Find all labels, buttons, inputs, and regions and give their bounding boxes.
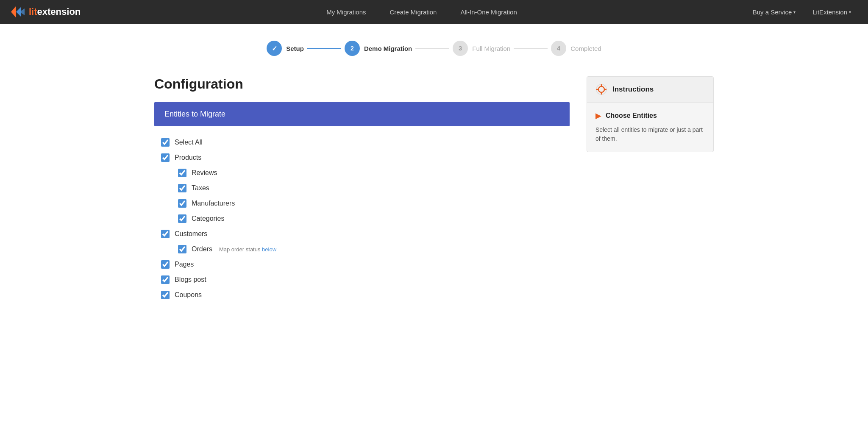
step-connector-2 [415,48,449,49]
checkbox-taxes-input[interactable] [178,184,186,192]
checkbox-coupons-label: Coupons [175,291,202,299]
instructions-body: ▶ Choose Entities Select all entities to… [587,103,713,152]
step-demo-circle: 2 [345,41,360,56]
step-connector-3 [514,48,548,49]
checkbox-blogs-post: Blogs post [161,272,563,287]
step-full-number: 3 [459,45,462,52]
checkbox-coupons-input[interactable] [161,291,170,299]
step-full-circle: 3 [453,41,468,56]
checkbox-orders: Orders Map order status below [161,242,563,257]
checkbox-categories-label: Categories [192,215,224,222]
step-completed-circle: 4 [551,41,566,56]
order-status-link[interactable]: below [262,246,276,253]
step-setup-circle: ✓ [267,41,282,56]
buy-service-dropdown[interactable]: Buy a Service ▾ [746,0,803,24]
nav-create-migration[interactable]: Create Migration [378,0,449,24]
config-panel: Configuration Entities to Migrate Select… [154,76,570,303]
step-full-label: Full Migration [472,45,510,52]
checkbox-manufacturers-label: Manufacturers [192,200,235,207]
choose-entities-arrow-icon: ▶ [595,111,601,120]
step-completed-number: 4 [557,45,560,52]
step-setup: ✓ Setup [267,41,304,56]
entities-header: Entities to Migrate [154,102,570,126]
nav-right: Buy a Service ▾ LitExtension ▾ [746,0,858,24]
buy-service-label: Buy a Service [753,8,792,16]
step-completed: 4 Completed [551,41,601,56]
checkbox-products: Products [161,150,563,165]
choose-entities-desc: Select all entities to migrate or just a… [595,125,705,143]
checkbox-pages-label: Pages [175,261,194,268]
step-full: 3 Full Migration [453,41,510,56]
checkbox-categories: Categories [161,211,563,226]
checkbox-manufacturers: Manufacturers [161,196,563,211]
step-connector-1 [307,48,341,49]
checkbox-select-all-input[interactable] [161,138,170,147]
checkbox-pages: Pages [161,257,563,272]
brand-logo-icon [10,4,25,19]
config-title: Configuration [154,76,570,92]
checkbox-taxes: Taxes [161,181,563,196]
checkbox-customers: Customers [161,226,563,242]
sidebar-panel: Instructions ▶ Choose Entities Select al… [587,76,714,152]
step-demo-number: 2 [351,45,354,52]
checkbox-blogs-post-input[interactable] [161,275,170,284]
step-demo: 2 Demo Migration [345,41,412,56]
svg-marker-0 [11,6,16,18]
choose-entities-header: ▶ Choose Entities [595,111,705,120]
checkbox-customers-input[interactable] [161,230,170,238]
litextension-label: LitExtension [812,8,847,16]
instructions-header: Instructions [587,77,713,103]
brand-text: litextension [29,6,81,17]
order-status-text: Map order status below [219,246,276,253]
nav-all-in-one[interactable]: All-In-One Migration [448,0,529,24]
page-layout: Configuration Entities to Migrate Select… [154,76,714,303]
choose-entities-title: Choose Entities [606,112,657,120]
checkbox-coupons: Coupons [161,287,563,303]
brand-logo-link[interactable]: litextension [10,4,81,19]
checkbox-select-all-label: Select All [175,139,203,146]
stepper: ✓ Setup 2 Demo Migration 3 Full Migratio… [154,41,714,56]
nav-my-migrations[interactable]: My Migrations [314,0,378,24]
step-setup-label: Setup [286,45,304,52]
checkbox-blogs-post-label: Blogs post [175,276,206,284]
brand-text-lit: lit [29,6,37,17]
checkbox-products-label: Products [175,154,201,161]
checkbox-select-all: Select All [161,135,563,150]
step-demo-label: Demo Migration [364,45,412,52]
buy-service-chevron-icon: ▾ [793,10,796,14]
instructions-box: Instructions ▶ Choose Entities Select al… [587,76,714,152]
checkbox-orders-input[interactable] [178,245,186,253]
checkbox-products-input[interactable] [161,153,170,162]
step-completed-label: Completed [570,45,601,52]
checkbox-reviews: Reviews [161,165,563,181]
checkbox-orders-label: Orders [192,245,212,253]
checkmark-icon: ✓ [272,44,277,53]
instructions-icon [595,83,607,95]
checkbox-manufacturers-input[interactable] [178,199,186,208]
checkbox-list: Select All Products Reviews Taxes [154,135,570,303]
nav-links: My Migrations Create Migration All-In-On… [97,0,746,24]
checkbox-reviews-input[interactable] [178,169,186,177]
checkbox-reviews-label: Reviews [192,169,217,177]
litextension-dropdown[interactable]: LitExtension ▾ [806,0,858,24]
checkbox-pages-input[interactable] [161,260,170,269]
litextension-chevron-icon: ▾ [849,10,851,14]
instructions-title: Instructions [612,85,654,94]
svg-point-4 [598,86,604,92]
checkbox-categories-input[interactable] [178,214,186,223]
checkbox-taxes-label: Taxes [192,184,209,192]
brand-text-ext: extension [37,6,81,17]
entities-header-label: Entities to Migrate [164,110,225,118]
main-content: ✓ Setup 2 Demo Migration 3 Full Migratio… [137,24,731,320]
navbar: litextension My Migrations Create Migrat… [0,0,868,24]
checkbox-customers-label: Customers [175,230,207,238]
